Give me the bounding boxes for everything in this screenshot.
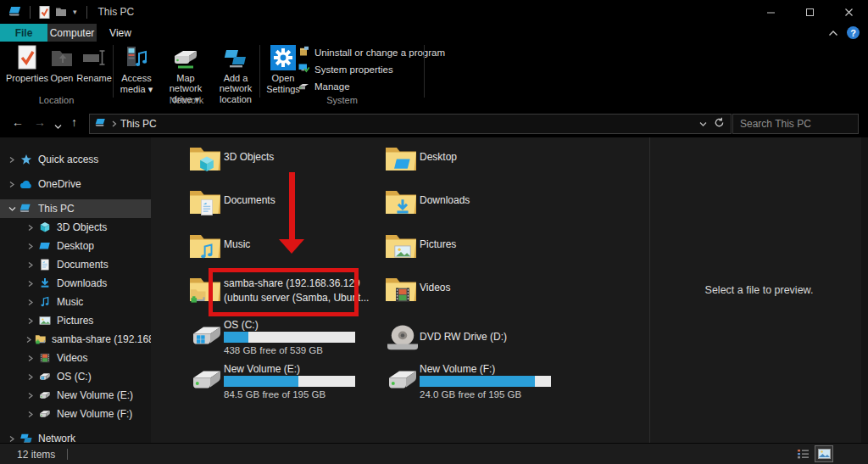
- expand-chevron-icon[interactable]: [7, 156, 17, 164]
- sidebar-item-os-c[interactable]: OS (C:): [0, 367, 151, 386]
- music-icon: [188, 232, 222, 265]
- address-bar[interactable]: This PC: [89, 114, 732, 134]
- expand-chevron-icon[interactable]: [25, 299, 36, 306]
- sidebar-item-downloads[interactable]: Downloads: [0, 274, 151, 293]
- drive-icon: [384, 368, 421, 394]
- disk-usage-bar: [224, 376, 355, 387]
- sidebar-item-label: OS (C:): [57, 371, 92, 383]
- tile-3d-objects[interactable]: 3D Objects: [188, 144, 388, 185]
- open-settings-button[interactable]: Open Settings: [264, 45, 302, 94]
- window-controls: [751, 0, 868, 24]
- expand-chevron-icon[interactable]: [7, 435, 17, 443]
- drive-os-icon: [188, 324, 225, 349]
- forward-icon[interactable]: →: [34, 115, 46, 129]
- sidebar-item-label: Desktop: [57, 240, 94, 252]
- expand-chevron-icon[interactable]: [25, 373, 36, 381]
- collapse-ribbon-icon[interactable]: [828, 27, 838, 39]
- tile-os-c[interactable]: OS (C:)438 GB free of 539 GB: [188, 319, 388, 360]
- close-button[interactable]: [829, 0, 868, 24]
- sidebar-item-network[interactable]: Network: [0, 429, 151, 443]
- qat-customize-dropdown[interactable]: ▾: [73, 8, 77, 16]
- expand-chevron-icon[interactable]: [7, 181, 17, 188]
- scrollbar[interactable]: [861, 137, 868, 443]
- search-input[interactable]: [733, 118, 868, 130]
- tile-new-volume-f[interactable]: New Volume (F:)24.0 GB free of 195 GB: [384, 363, 584, 404]
- up-icon[interactable]: ↑: [71, 115, 77, 129]
- open-button[interactable]: Open: [47, 45, 76, 83]
- sidebar-item-label: Videos: [57, 352, 87, 364]
- recent-locations-chevron-icon[interactable]: [54, 119, 62, 132]
- sidebar-item-label: Downloads: [57, 277, 107, 289]
- manage-button[interactable]: Manage: [298, 80, 350, 92]
- breadcrumb[interactable]: This PC: [120, 118, 157, 130]
- expand-chevron-icon[interactable]: [25, 392, 36, 400]
- sidebar-item-samba-share-192-168-36-1[interactable]: samba-share (192.168.36.1: [0, 330, 151, 349]
- group-caption-system: System: [260, 95, 424, 105]
- tile-label: OS (C:): [224, 319, 259, 331]
- tab-computer[interactable]: Computer: [47, 24, 97, 42]
- tile-desktop[interactable]: Desktop: [384, 144, 584, 185]
- tab-file[interactable]: File: [0, 24, 47, 42]
- picture-icon: [37, 315, 53, 327]
- large-icons-view-button[interactable]: [815, 446, 832, 461]
- tile-downloads[interactable]: Downloads: [384, 187, 584, 228]
- sidebar-item-onedrive[interactable]: OneDrive: [0, 175, 151, 193]
- map-network-drive-icon: [171, 45, 200, 72]
- sidebar-item-label: samba-share (192.168.36.1: [52, 333, 151, 345]
- sidebar-item-videos[interactable]: Videos: [0, 349, 151, 367]
- tile-label: Downloads: [420, 194, 470, 206]
- group-separator: [259, 45, 260, 98]
- qat-new-folder-button[interactable]: [55, 7, 67, 17]
- sidebar-item-pictures[interactable]: Pictures: [0, 311, 151, 330]
- sidebar-item-label: New Volume (F:): [57, 408, 132, 420]
- sidebar-item-new-volume-e[interactable]: New Volume (E:): [0, 386, 151, 405]
- add-network-location-icon: [222, 45, 249, 72]
- expand-chevron-icon[interactable]: [25, 411, 36, 418]
- expand-chevron-icon[interactable]: [25, 355, 36, 362]
- help-icon[interactable]: ?: [847, 26, 860, 39]
- separator: [67, 449, 68, 460]
- expand-chevron-icon[interactable]: [25, 243, 36, 250]
- rename-button[interactable]: Rename: [76, 45, 112, 83]
- tile-label: Music: [224, 238, 250, 250]
- tile-pictures[interactable]: Pictures: [384, 232, 584, 272]
- sidebar-item-3d-objects[interactable]: 3D Objects: [0, 218, 151, 237]
- expand-chevron-icon[interactable]: [25, 224, 36, 232]
- sidebar-item-label: New Volume (E:): [57, 389, 133, 401]
- back-icon[interactable]: ←: [12, 115, 24, 129]
- sidebar-item-documents[interactable]: Documents: [0, 255, 151, 274]
- expand-chevron-icon[interactable]: [25, 280, 36, 288]
- system-properties-button[interactable]: System properties: [298, 63, 393, 75]
- open-icon: [49, 45, 75, 72]
- tile-new-volume-e[interactable]: New Volume (E:)84.5 GB free of 195 GB: [188, 363, 388, 404]
- minimize-button[interactable]: [751, 0, 790, 24]
- download-icon: [37, 277, 53, 289]
- access-media-button[interactable]: Access media ▾: [115, 45, 158, 94]
- properties-button[interactable]: Properties: [7, 45, 47, 83]
- qat-properties-button[interactable]: [39, 6, 50, 19]
- expand-chevron-icon[interactable]: [25, 317, 36, 325]
- drive-icon: [37, 408, 53, 420]
- settings-gear-icon: [270, 45, 296, 72]
- expand-chevron-icon[interactable]: [25, 336, 32, 344]
- tile-label: Desktop: [420, 151, 457, 163]
- maximize-button[interactable]: [790, 0, 829, 24]
- disk-usage-bar: [420, 376, 551, 387]
- uninstall-program-icon: [298, 46, 309, 59]
- tab-view[interactable]: View: [97, 24, 144, 42]
- sidebar-item-new-volume-f[interactable]: New Volume (F:): [0, 405, 151, 423]
- sidebar-item-quick-access[interactable]: Quick access: [0, 150, 151, 169]
- sidebar-item-this-pc[interactable]: This PC: [0, 199, 151, 218]
- tile-documents[interactable]: Documents: [188, 187, 388, 228]
- sidebar-item-music[interactable]: Music: [0, 293, 151, 311]
- tile-dvd-rw-drive-d[interactable]: DVD RW Drive (D:): [384, 319, 584, 360]
- address-dropdown-chevron-icon[interactable]: [699, 118, 707, 130]
- details-view-button[interactable]: [795, 446, 812, 461]
- expand-chevron-icon[interactable]: [7, 205, 17, 213]
- refresh-icon[interactable]: [714, 117, 725, 131]
- expand-chevron-icon[interactable]: [25, 261, 36, 269]
- sidebar-item-desktop[interactable]: Desktop: [0, 237, 151, 255]
- disk-usage-bar: [224, 332, 355, 343]
- tile-videos[interactable]: Videos: [384, 275, 584, 316]
- network-icon: [19, 433, 34, 443]
